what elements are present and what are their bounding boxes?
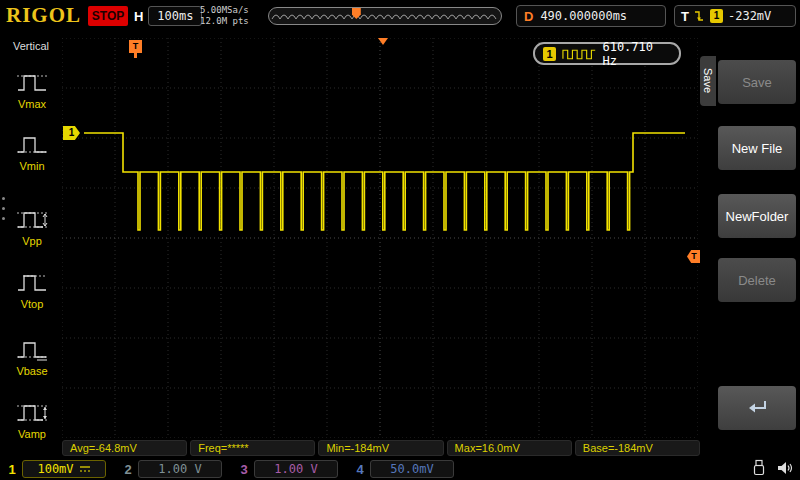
new-file-button[interactable]: New File [718, 126, 796, 170]
sidebar-item-vmin[interactable]: Vmin [9, 131, 55, 177]
measure-max: Max=16.0mV [447, 440, 572, 456]
trigger-level-value: -232mV [728, 9, 771, 23]
ch1-waveform-trace [84, 133, 685, 230]
vamp-icon [15, 399, 49, 427]
top-status-bar: RIGOL STOP H 100ms 5.00MSa/s 12.0M pts D… [0, 0, 800, 32]
horizontal-label: H [134, 9, 143, 24]
channel-3-number: 3 [238, 462, 250, 477]
channel-1-number: 1 [6, 462, 18, 477]
vbase-icon [15, 336, 49, 364]
menu-tab-save: Save [700, 56, 716, 106]
sidebar-item-label: Vpp [22, 235, 42, 247]
channel-4-status[interactable]: 4 50.0mV [354, 460, 454, 478]
sample-rate-value: 5.00MSa/s [200, 5, 249, 16]
channel-2-number: 2 [122, 462, 134, 477]
freq-counter-value: 610.710 Hz [602, 40, 671, 68]
delay-readout: D 490.000000ms [516, 5, 666, 27]
pulse-train-icon [562, 48, 596, 60]
menu-page-indicator [2, 197, 5, 220]
freq-counter-channel: 1 [543, 47, 556, 61]
measurement-results-bar: Avg=-64.8mV Freq=***** Min=-184mV Max=16… [62, 440, 700, 456]
trigger-label: T [681, 9, 689, 24]
sidebar-item-vtop[interactable]: Vtop [9, 269, 55, 315]
sidebar-item-vamp[interactable]: Vamp [9, 399, 55, 445]
usb-icon [751, 459, 767, 477]
oscilloscope-screen: RIGOL STOP H 100ms 5.00MSa/s 12.0M pts D… [0, 0, 800, 480]
run-state-badge: STOP [88, 6, 128, 26]
vmax-icon [15, 69, 49, 97]
sidebar-item-label: Vamp [18, 428, 46, 440]
measure-avg: Avg=-64.8mV [62, 440, 187, 456]
trigger-position-icon [378, 38, 388, 45]
sidebar-item-label: Vmin [19, 160, 44, 172]
channel-status-bar: 1 100mV 2 1.00 V 3 1.00 V 4 50.0mV [0, 458, 800, 480]
back-button[interactable] [718, 386, 796, 430]
new-folder-button[interactable]: NewFolder [718, 194, 796, 238]
channel-4-scale: 50.0mV [390, 462, 433, 476]
vpp-icon [15, 206, 49, 234]
measure-min: Min=-184mV [318, 440, 443, 456]
delay-label: D [524, 9, 533, 24]
trigger-position-flag[interactable]: T [129, 40, 142, 53]
delay-value: 490.000000ms [540, 9, 627, 23]
channel-2-status[interactable]: 2 1.00 V [122, 460, 222, 478]
channel-1-scale: 100mV [37, 462, 73, 476]
vmin-icon [15, 131, 49, 159]
enter-arrow-icon [744, 398, 770, 418]
channel-4-number: 4 [354, 462, 366, 477]
channel-3-scale: 1.00 V [274, 462, 317, 476]
sample-rate-readout: 5.00MSa/s 12.0M pts [200, 5, 249, 27]
delete-button[interactable]: Delete [718, 258, 796, 302]
save-button[interactable]: Save [718, 60, 796, 104]
trigger-readout: T 1 -232mV [674, 5, 796, 27]
rigol-logo: RIGOL [6, 3, 81, 28]
dc-coupling-icon [79, 464, 91, 474]
sidebar-item-label: Vbase [16, 365, 47, 377]
beeper-icon [776, 459, 794, 477]
sidebar-item-vmax[interactable]: Vmax [9, 69, 55, 115]
trigger-source-channel: 1 [710, 9, 723, 23]
sidebar-item-vbase[interactable]: Vbase [9, 336, 55, 382]
horizontal-readout: H 100ms [134, 6, 202, 26]
measure-freq: Freq=***** [190, 440, 315, 456]
softkey-menu: Save Save New File NewFolder Delete [700, 32, 800, 480]
sidebar-title: Vertical [0, 40, 62, 52]
graticule-grid [62, 38, 698, 438]
trigger-slope-icon [694, 10, 705, 23]
sidebar-item-vpp[interactable]: Vpp [9, 206, 55, 252]
vertical-measure-sidebar: Vertical Vmax Vmin Vpp [0, 32, 62, 480]
memory-depth-value: 12.0M pts [200, 16, 249, 27]
channel-2-scale: 1.00 V [158, 462, 201, 476]
waveform-display: T 1 610.710 Hz 1 T [62, 38, 698, 438]
frequency-counter: 1 610.710 Hz [533, 42, 681, 65]
memory-waveform-icon [269, 8, 501, 24]
timebase-value: 100ms [148, 6, 202, 26]
channel-1-status[interactable]: 1 100mV [6, 460, 106, 478]
channel-3-status[interactable]: 3 1.00 V [238, 460, 338, 478]
sidebar-item-label: Vmax [18, 98, 46, 110]
measure-base: Base=-184mV [575, 440, 700, 456]
sidebar-item-label: Vtop [21, 298, 44, 310]
memory-position-bar [268, 7, 502, 25]
vtop-icon [15, 269, 49, 297]
